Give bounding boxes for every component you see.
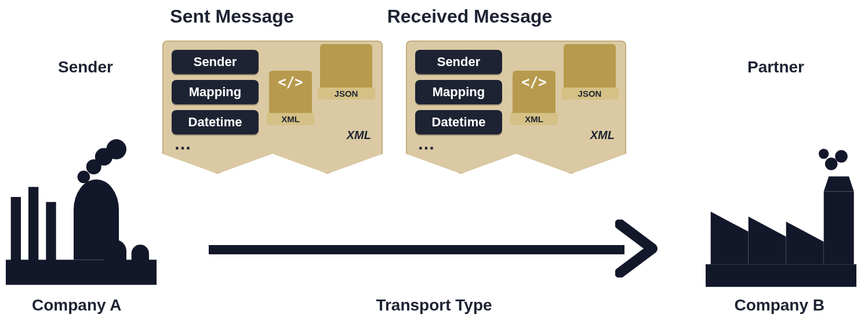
transport-type-label: Transport Type [376, 296, 492, 315]
sent-message-title: Sent Message [170, 6, 293, 27]
recv-more-dots: … [417, 139, 437, 148]
svg-point-8 [106, 139, 126, 159]
company-a-factory-icon [6, 137, 157, 287]
recv-format-hint: XML [590, 129, 615, 142]
code-glyph: </> [521, 71, 546, 90]
sent-xml-label: XML [267, 113, 314, 125]
recv-xml-file-icon: </> XML [513, 71, 555, 120]
sent-json-label: JSON [318, 87, 375, 100]
svg-rect-10 [706, 264, 856, 287]
recv-field-sender: Sender [415, 50, 502, 74]
sender-role-label: Sender [58, 58, 113, 76]
recv-field-mapping: Mapping [415, 80, 502, 104]
svg-rect-1 [28, 187, 38, 272]
sent-json-file-icon: JSON [320, 44, 372, 95]
recv-json-file-icon: JSON [564, 44, 616, 95]
code-glyph: </> [278, 71, 303, 90]
svg-point-9 [78, 171, 90, 184]
svg-point-17 [835, 150, 848, 163]
sent-message-box: Sender Mapping Datetime … </> XML JSON X… [162, 41, 383, 174]
recv-field-datetime: Datetime [415, 110, 502, 134]
svg-marker-15 [824, 177, 854, 192]
transport-arrow [209, 220, 659, 277]
blank-glyph [586, 44, 594, 64]
svg-point-16 [825, 158, 838, 170]
company-a-label: Company A [32, 296, 122, 315]
sent-xml-file-icon: </> XML [269, 71, 312, 120]
diagram-stage: Sent Message Received Message Sender Map… [0, 0, 868, 325]
arrow-shaft [209, 245, 624, 254]
svg-point-18 [819, 149, 829, 159]
arrow-head-icon [615, 220, 662, 277]
partner-role-label: Partner [747, 58, 804, 76]
received-message-title: Received Message [387, 6, 553, 27]
svg-marker-12 [749, 217, 786, 264]
svg-rect-5 [132, 244, 149, 272]
svg-marker-11 [711, 211, 749, 264]
company-b-factory-icon [706, 148, 856, 287]
received-message-box: Sender Mapping Datetime … </> XML JSON X… [406, 41, 626, 174]
sent-more-dots: … [174, 139, 194, 148]
svg-marker-13 [786, 222, 824, 265]
blank-glyph [342, 44, 350, 64]
company-b-label: Company B [734, 296, 825, 315]
sent-field-sender: Sender [172, 50, 259, 74]
recv-json-label: JSON [561, 87, 619, 100]
sent-field-datetime: Datetime [172, 110, 259, 134]
sent-format-hint: XML [347, 129, 371, 142]
recv-xml-label: XML [510, 113, 557, 125]
sent-field-mapping: Mapping [172, 80, 259, 104]
svg-rect-14 [824, 192, 854, 265]
